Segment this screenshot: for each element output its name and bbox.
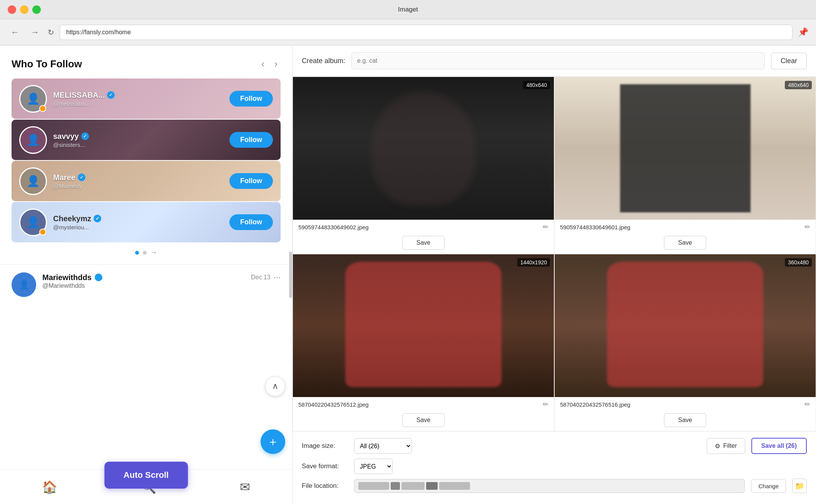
- album-label: Create album:: [302, 57, 345, 65]
- verified-icon: ✓: [78, 174, 85, 181]
- file-location-row: File location: Change 📁: [302, 479, 807, 493]
- change-button[interactable]: Change: [751, 479, 786, 493]
- post-handle: @Mariewithdds: [42, 282, 281, 289]
- image-dimensions-2: 480x640: [785, 81, 812, 89]
- image-preview-4: 360x480: [555, 254, 816, 397]
- carousel-next-arrow[interactable]: →: [150, 249, 157, 257]
- avatar-wrap: 👤: [19, 209, 47, 236]
- carousel-dot-1[interactable]: [135, 251, 139, 255]
- card-info: Cheekymz ✓ @mysteriou...: [53, 214, 223, 230]
- clear-button[interactable]: Clear: [771, 53, 807, 69]
- back-button[interactable]: ←: [8, 26, 22, 39]
- avatar: 👤: [19, 167, 47, 195]
- image-dimensions-1: 480x640: [523, 81, 550, 89]
- avatar-wrap: 👤: [19, 167, 47, 195]
- maximize-button[interactable]: [32, 5, 41, 14]
- carousel-nav: ‹ ›: [258, 57, 281, 71]
- follow-card[interactable]: 👤 Maree ✓ @Mareesly Follow: [12, 161, 281, 201]
- image-size-label: Image size:: [302, 442, 348, 450]
- window-title: Imaget: [398, 6, 418, 13]
- more-button[interactable]: ···: [274, 272, 281, 282]
- image-info-3: 587040220432576512.jpeg ✏: [293, 397, 554, 412]
- follow-button-3[interactable]: Follow: [229, 173, 273, 189]
- save-image-button-1[interactable]: Save: [402, 236, 445, 250]
- file-location-bar: [354, 479, 745, 493]
- card-info: Maree ✓ @Mareesly: [53, 173, 223, 189]
- card-handle: @mysteriou...: [53, 224, 223, 230]
- save-format-row: Save format: JPEG PNG WEBP: [302, 459, 807, 474]
- image-cell-4: 360x480 587040220432576516.jpeg ✏ Save: [554, 254, 816, 431]
- follow-button-4[interactable]: Follow: [229, 214, 273, 230]
- next-arrow[interactable]: ›: [271, 57, 281, 71]
- filter-icon: ⚙: [715, 442, 720, 450]
- home-nav-icon[interactable]: 🏠: [42, 480, 57, 494]
- card-info: MELISSABA... ✓ @melissaba...: [53, 91, 223, 107]
- image-info-4: 587040220432576516.jpeg ✏: [555, 397, 816, 412]
- refresh-button[interactable]: ↻: [48, 28, 54, 37]
- save-all-button[interactable]: Save all (26): [751, 438, 807, 454]
- image-filename-2: 590597448330649601.jpeg: [560, 224, 630, 230]
- post-area: 👤 Mariewithdds ✓ Dec 13 ··· @Mariewithdd…: [0, 264, 292, 305]
- edit-icon-1[interactable]: ✏: [543, 223, 548, 231]
- image-cell-1: 480x640 590597448330649602.jpeg ✏ Save: [293, 77, 554, 254]
- image-preview-2: 480x640: [555, 77, 816, 220]
- scroll-handle[interactable]: [289, 252, 292, 298]
- image-grid: 480x640 590597448330649602.jpeg ✏ Save 4…: [293, 77, 816, 431]
- album-input[interactable]: [351, 52, 765, 69]
- follow-button-2[interactable]: Follow: [229, 132, 273, 148]
- follow-card[interactable]: 👤 Cheekymz ✓ @mysteriou... Follow: [12, 202, 281, 242]
- image-size-select[interactable]: All (26) Small Medium Large: [354, 438, 412, 454]
- fab-button[interactable]: ＋: [261, 429, 285, 454]
- forward-button[interactable]: →: [28, 26, 42, 39]
- image-figure-3: [293, 254, 554, 397]
- format-select[interactable]: JPEG PNG WEBP: [354, 459, 393, 474]
- browser-content: Who To Follow ‹ › 👤 MELISSABA...: [0, 45, 293, 504]
- image-dimensions-4: 360x480: [785, 258, 812, 267]
- main-content: Who To Follow ‹ › 👤 MELISSABA...: [0, 45, 816, 504]
- post-info: Mariewithdds ✓ Dec 13 ··· @Mariewithdds: [42, 272, 281, 289]
- verified-icon: ✓: [94, 215, 101, 222]
- collapse-button[interactable]: ∧: [265, 376, 285, 396]
- post-name-row: Mariewithdds ✓ Dec 13 ···: [42, 272, 281, 282]
- avatar: 👤: [19, 126, 47, 154]
- loc-seg-3: [401, 482, 425, 490]
- save-image-button-4[interactable]: Save: [664, 413, 706, 427]
- loc-seg-1: [358, 482, 389, 490]
- imaget-top-bar: Create album: Clear: [293, 45, 816, 77]
- close-button[interactable]: [8, 5, 16, 14]
- folder-icon-button[interactable]: 📁: [792, 479, 807, 493]
- save-image-button-2[interactable]: Save: [664, 236, 706, 250]
- edit-icon-4[interactable]: ✏: [804, 400, 810, 409]
- post-verified-icon: ✓: [95, 274, 102, 281]
- file-location-label: File location:: [302, 482, 348, 490]
- follow-card[interactable]: 👤 MELISSABA... ✓ @melissaba... Follow: [12, 78, 281, 119]
- mail-nav-icon[interactable]: ✉: [240, 480, 250, 494]
- prev-arrow[interactable]: ‹: [258, 57, 268, 71]
- carousel-dot-2[interactable]: [143, 251, 147, 255]
- titlebar: Imaget: [0, 0, 816, 19]
- loc-seg-2: [391, 482, 400, 490]
- edit-icon-3[interactable]: ✏: [543, 400, 548, 409]
- image-figure-1: [293, 77, 554, 220]
- section-title: Who To Follow: [12, 58, 82, 70]
- filter-button[interactable]: ⚙ Filter: [707, 438, 745, 454]
- minimize-button[interactable]: [20, 5, 28, 14]
- image-info-1: 590597448330649602.jpeg ✏: [293, 220, 554, 234]
- verified-icon: ✓: [107, 91, 115, 99]
- follow-button-1[interactable]: Follow: [229, 91, 273, 107]
- image-figure-4: [555, 254, 816, 397]
- url-bar[interactable]: [60, 25, 793, 40]
- follow-card[interactable]: 👤 savvyy ✓ @sinisters... Follow: [12, 120, 281, 160]
- follow-cards-list: 👤 MELISSABA... ✓ @melissaba... Follow: [12, 78, 281, 242]
- imaget-panel: Create album: Clear 480x640 590597448330…: [293, 45, 816, 504]
- avatar-wrap: 👤: [19, 126, 47, 154]
- edit-icon-2[interactable]: ✏: [804, 223, 810, 231]
- post-date: Dec 13: [251, 274, 271, 281]
- image-preview-1: 480x640: [293, 77, 554, 220]
- card-handle: @Mareesly: [53, 183, 223, 189]
- save-image-button-3[interactable]: Save: [402, 413, 445, 427]
- extension-icon[interactable]: 📌: [798, 27, 808, 37]
- card-info: savvyy ✓ @sinisters...: [53, 132, 223, 148]
- auto-scroll-button[interactable]: Auto Scroll: [104, 462, 188, 489]
- imaget-bottom-controls: Image size: All (26) Small Medium Large …: [293, 431, 816, 504]
